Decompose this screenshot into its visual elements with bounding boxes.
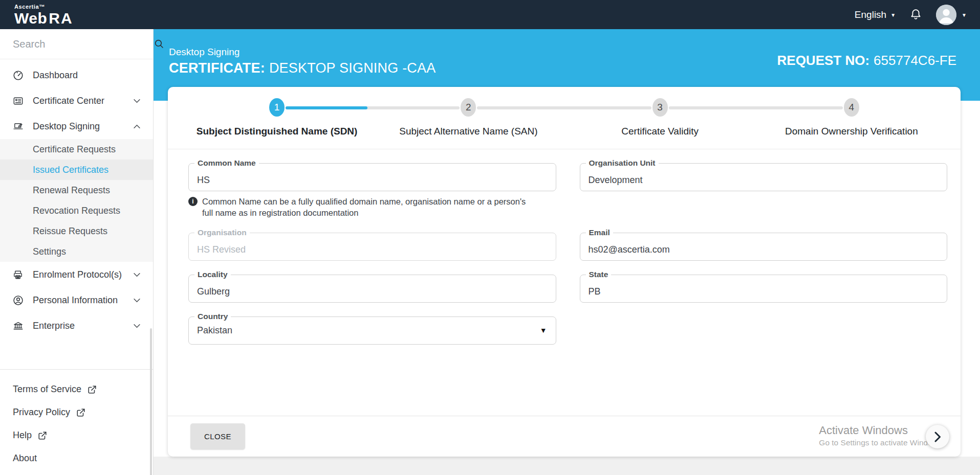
submenu-item-label: Issued Certificates xyxy=(33,165,108,175)
sidebar-item-enrolment-protocols[interactable]: Enrolment Protocol(s) xyxy=(0,262,153,287)
step-3-dot[interactable]: 3 xyxy=(652,98,668,117)
sidebar-subitem-certificate-requests[interactable]: Certificate Requests xyxy=(0,139,153,160)
sidebar-item-personal-information[interactable]: Personal Information xyxy=(0,287,153,313)
desktop-signing-submenu: Certificate Requests Issued Certificates… xyxy=(0,139,153,262)
submenu-item-label: Revocation Requests xyxy=(33,206,120,216)
user-menu[interactable]: ▼ xyxy=(936,5,967,25)
watermark-line2: Go to Settings to activate Windows. xyxy=(819,438,944,447)
sidebar-search xyxy=(0,29,153,59)
close-button[interactable]: CLOSE xyxy=(190,423,245,449)
sidebar-item-label: Personal Information xyxy=(33,295,118,306)
footer-link-label: Help xyxy=(13,430,32,441)
language-selector[interactable]: English ▼ xyxy=(855,9,896,20)
sidebar-item-label: Certificate Center xyxy=(33,96,104,106)
common-name-label: Common Name xyxy=(194,159,259,168)
sidebar-item-label: Dashboard xyxy=(33,70,78,81)
page-title: CERTIFICATE:DESKTOP SIGNING -CAA xyxy=(169,60,435,76)
organisation-field: Organisation xyxy=(188,233,556,261)
sidebar: Dashboard Certificate Center xyxy=(0,29,154,475)
chevron-right-icon xyxy=(934,432,941,442)
step-1-dot[interactable]: 1 xyxy=(269,98,285,117)
certificate-wizard-card: 1 2 3 4 Subject Distinguished Name (SDN)… xyxy=(168,87,961,457)
step-progress-fill xyxy=(286,106,367,109)
card-footer: CLOSE Activate Windows Go to Settings to… xyxy=(168,416,961,457)
dashboard-gauge-icon xyxy=(12,70,24,81)
locality-input[interactable] xyxy=(189,275,556,302)
main-content: Desktop Signing CERTIFICATE:DESKTOP SIGN… xyxy=(154,29,980,475)
step-connector-3-4 xyxy=(669,106,843,109)
page-bottom-strip xyxy=(154,457,980,475)
person-circle-icon xyxy=(12,295,24,306)
footer-link-label: Privacy Policy xyxy=(13,407,70,418)
sidebar-item-label: Enterprise xyxy=(33,321,75,331)
enterprise-bank-icon xyxy=(12,320,24,332)
brand-ascertia-text: Ascertia™ xyxy=(14,4,73,10)
footer-link-label: About xyxy=(13,453,37,464)
privacy-policy-link[interactable]: Privacy Policy xyxy=(0,401,153,424)
submenu-item-label: Certificate Requests xyxy=(33,144,116,155)
country-label: Country xyxy=(194,312,231,322)
chevron-up-icon xyxy=(133,124,141,129)
page-title-text: DESKTOP SIGNING -CAA xyxy=(269,60,436,76)
country-select[interactable]: Country Pakistan ▼ xyxy=(188,316,556,345)
locality-field: Locality xyxy=(188,275,556,303)
notifications-button[interactable] xyxy=(909,8,923,21)
organisation-unit-label: Organisation Unit xyxy=(586,159,659,168)
external-link-icon xyxy=(88,385,97,394)
sidebar-item-desktop-signing[interactable]: Desktop Signing xyxy=(0,114,153,139)
brand-ra-text: RA xyxy=(49,11,73,26)
chevron-down-icon xyxy=(133,324,141,328)
sidebar-subitem-issued-certificates[interactable]: Issued Certificates xyxy=(0,160,153,180)
external-link-icon xyxy=(76,408,85,417)
submenu-item-label: Renewal Requests xyxy=(33,185,110,196)
step-2-dot[interactable]: 2 xyxy=(461,98,476,117)
sidebar-subitem-reissue-requests[interactable]: Reissue Requests xyxy=(0,221,153,241)
next-step-button[interactable] xyxy=(926,425,949,448)
caret-down-icon: ▼ xyxy=(890,13,896,18)
info-icon: i xyxy=(188,197,198,206)
language-label: English xyxy=(855,9,886,20)
sidebar-subitem-revocation-requests[interactable]: Revocation Requests xyxy=(0,200,153,221)
terms-of-service-link[interactable]: Terms of Service xyxy=(0,378,153,401)
step-connector-2-3 xyxy=(477,106,651,109)
chevron-down-icon xyxy=(133,298,141,303)
help-link[interactable]: Help xyxy=(0,424,153,447)
state-field: State xyxy=(580,275,948,303)
user-avatar xyxy=(936,5,956,25)
sidebar-subitem-settings[interactable]: Settings xyxy=(0,241,153,262)
search-input[interactable] xyxy=(13,38,148,50)
chevron-down-icon xyxy=(133,273,141,277)
email-input[interactable] xyxy=(580,233,947,260)
request-number-value: 655774C6-FE xyxy=(874,53,956,68)
step-2-label: Subject Alternative Name (SAN) xyxy=(373,126,564,137)
bell-icon xyxy=(909,8,923,21)
email-field: Email xyxy=(580,233,948,261)
locality-label: Locality xyxy=(194,270,231,280)
breadcrumb: Desktop Signing xyxy=(169,47,435,58)
organisation-unit-field: Organisation Unit xyxy=(580,163,948,191)
sidebar-item-dashboard[interactable]: Dashboard xyxy=(0,62,153,88)
sdn-form: Common Name i Common Name can be a fully… xyxy=(168,149,961,416)
submenu-item-label: Settings xyxy=(33,246,66,257)
sidebar-item-label: Desktop Signing xyxy=(33,121,100,132)
submenu-item-label: Reissue Requests xyxy=(33,226,107,237)
request-number-label: REQUEST NO: xyxy=(777,53,870,68)
step-4-label: Domain Ownership Verification xyxy=(756,126,947,137)
sidebar-item-certificate-center[interactable]: Certificate Center xyxy=(0,88,153,114)
sidebar-item-label: Enrolment Protocol(s) xyxy=(33,269,122,280)
about-link[interactable]: About xyxy=(0,447,153,470)
topbar: Ascertia™ Web RA English ▼ xyxy=(0,0,980,29)
step-4-dot[interactable]: 4 xyxy=(844,98,859,117)
common-name-field: Common Name xyxy=(188,163,556,191)
state-label: State xyxy=(586,270,612,280)
sidebar-subitem-renewal-requests[interactable]: Renewal Requests xyxy=(0,180,153,200)
sidebar-item-enterprise[interactable]: Enterprise xyxy=(0,313,153,338)
sidebar-scrollbar[interactable] xyxy=(150,328,152,475)
common-name-hint-text: Common Name can be a fully qualified dom… xyxy=(202,196,527,219)
step-1-label: Subject Distinguished Name (SDN) xyxy=(181,126,373,137)
avatar-caret-down-icon: ▼ xyxy=(962,13,967,18)
footer-link-label: Terms of Service xyxy=(13,384,81,395)
search-icon xyxy=(154,38,165,50)
state-input[interactable] xyxy=(580,275,947,302)
brand-web-text: Web xyxy=(14,11,47,26)
